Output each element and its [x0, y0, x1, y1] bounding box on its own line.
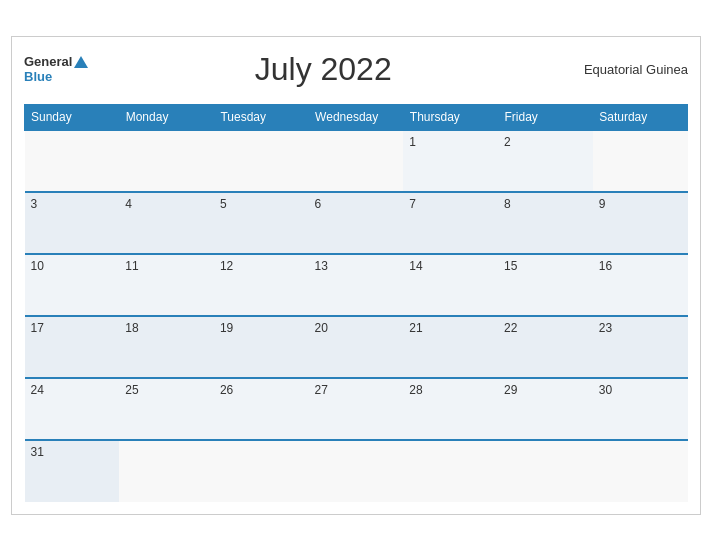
logo: General Blue: [24, 54, 88, 84]
calendar-day-cell: 3: [25, 192, 120, 254]
calendar-day-cell: 10: [25, 254, 120, 316]
day-number: 11: [125, 259, 138, 273]
calendar-day-cell: [309, 130, 404, 192]
calendar-week-row: 10111213141516: [25, 254, 688, 316]
calendar-day-cell: 6: [309, 192, 404, 254]
calendar-week-row: 31: [25, 440, 688, 502]
day-number: 31: [31, 445, 44, 459]
calendar-table: Sunday Monday Tuesday Wednesday Thursday…: [24, 104, 688, 502]
day-number: 9: [599, 197, 606, 211]
calendar-day-cell: 24: [25, 378, 120, 440]
calendar-day-cell: 8: [498, 192, 593, 254]
day-number: 18: [125, 321, 138, 335]
day-number: 7: [409, 197, 416, 211]
day-number: 23: [599, 321, 612, 335]
weekday-thursday: Thursday: [403, 104, 498, 130]
calendar-day-cell: 17: [25, 316, 120, 378]
day-number: 22: [504, 321, 517, 335]
calendar-day-cell: 25: [119, 378, 214, 440]
calendar-day-cell: [403, 440, 498, 502]
day-number: 27: [315, 383, 328, 397]
day-number: 16: [599, 259, 612, 273]
day-number: 25: [125, 383, 138, 397]
calendar-day-cell: 23: [593, 316, 688, 378]
calendar-day-cell: 27: [309, 378, 404, 440]
day-number: 24: [31, 383, 44, 397]
calendar-day-cell: [593, 440, 688, 502]
logo-blue-text: Blue: [24, 69, 52, 84]
weekday-friday: Friday: [498, 104, 593, 130]
day-number: 21: [409, 321, 422, 335]
calendar-day-cell: 26: [214, 378, 309, 440]
calendar-day-cell: 12: [214, 254, 309, 316]
day-number: 19: [220, 321, 233, 335]
calendar-day-cell: 31: [25, 440, 120, 502]
weekday-wednesday: Wednesday: [309, 104, 404, 130]
weekday-saturday: Saturday: [593, 104, 688, 130]
calendar-day-cell: 2: [498, 130, 593, 192]
weekday-sunday: Sunday: [25, 104, 120, 130]
calendar-day-cell: [119, 130, 214, 192]
calendar-day-cell: 5: [214, 192, 309, 254]
calendar: General Blue July 2022 Equatorial Guinea…: [11, 36, 701, 515]
calendar-body: 1234567891011121314151617181920212223242…: [25, 130, 688, 502]
day-number: 17: [31, 321, 44, 335]
weekday-monday: Monday: [119, 104, 214, 130]
weekday-tuesday: Tuesday: [214, 104, 309, 130]
calendar-day-cell: [593, 130, 688, 192]
calendar-day-cell: 4: [119, 192, 214, 254]
day-number: 10: [31, 259, 44, 273]
calendar-day-cell: 21: [403, 316, 498, 378]
calendar-header: General Blue July 2022 Equatorial Guinea: [24, 47, 688, 96]
calendar-day-cell: [119, 440, 214, 502]
calendar-day-cell: [214, 440, 309, 502]
calendar-day-cell: [25, 130, 120, 192]
calendar-day-cell: [214, 130, 309, 192]
calendar-day-cell: 19: [214, 316, 309, 378]
day-number: 2: [504, 135, 511, 149]
calendar-day-cell: 18: [119, 316, 214, 378]
calendar-week-row: 24252627282930: [25, 378, 688, 440]
calendar-day-cell: 11: [119, 254, 214, 316]
calendar-day-cell: 13: [309, 254, 404, 316]
day-number: 13: [315, 259, 328, 273]
day-number: 5: [220, 197, 227, 211]
day-number: 12: [220, 259, 233, 273]
calendar-day-cell: 1: [403, 130, 498, 192]
calendar-week-row: 17181920212223: [25, 316, 688, 378]
calendar-day-cell: [309, 440, 404, 502]
day-number: 3: [31, 197, 38, 211]
calendar-week-row: 3456789: [25, 192, 688, 254]
day-number: 4: [125, 197, 132, 211]
country-label: Equatorial Guinea: [558, 62, 688, 77]
logo-triangle-icon: [74, 56, 88, 68]
weekday-header-row: Sunday Monday Tuesday Wednesday Thursday…: [25, 104, 688, 130]
day-number: 8: [504, 197, 511, 211]
day-number: 14: [409, 259, 422, 273]
calendar-day-cell: 15: [498, 254, 593, 316]
day-number: 26: [220, 383, 233, 397]
day-number: 20: [315, 321, 328, 335]
calendar-day-cell: [498, 440, 593, 502]
day-number: 6: [315, 197, 322, 211]
calendar-day-cell: 9: [593, 192, 688, 254]
calendar-day-cell: 22: [498, 316, 593, 378]
calendar-day-cell: 7: [403, 192, 498, 254]
calendar-day-cell: 16: [593, 254, 688, 316]
logo-general-text: General: [24, 54, 72, 69]
calendar-week-row: 12: [25, 130, 688, 192]
calendar-title: July 2022: [88, 51, 558, 88]
day-number: 28: [409, 383, 422, 397]
day-number: 15: [504, 259, 517, 273]
calendar-day-cell: 14: [403, 254, 498, 316]
calendar-day-cell: 29: [498, 378, 593, 440]
day-number: 30: [599, 383, 612, 397]
calendar-day-cell: 20: [309, 316, 404, 378]
day-number: 1: [409, 135, 416, 149]
calendar-day-cell: 28: [403, 378, 498, 440]
day-number: 29: [504, 383, 517, 397]
calendar-day-cell: 30: [593, 378, 688, 440]
